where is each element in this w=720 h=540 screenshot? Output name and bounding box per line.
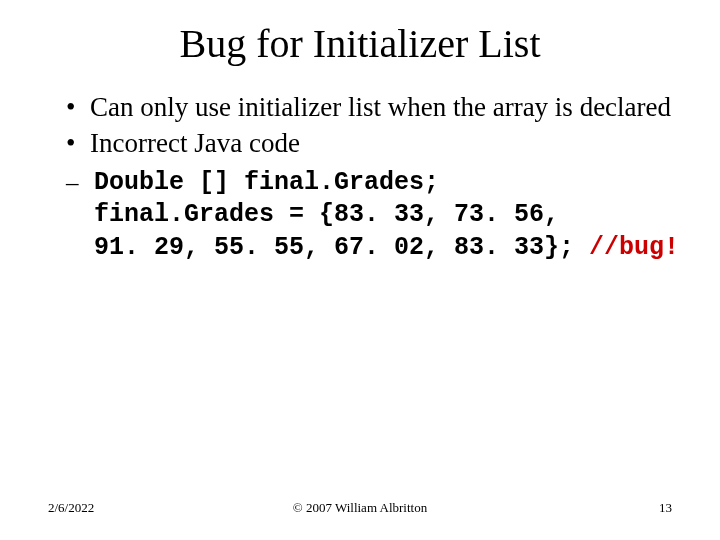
code-block: –Double [] final.Grades; final.Grades = … (94, 167, 672, 265)
code-line: 91. 29, 55. 55, 67. 02, 83. 33}; (94, 233, 589, 262)
code-line: Double [] final.Grades; (94, 168, 439, 197)
footer-page-number: 13 (659, 500, 672, 516)
code-line: final.Grades = {83. 33, 73. 56, (94, 200, 559, 229)
footer-copyright: © 2007 William Albritton (48, 500, 672, 516)
bullet-item: Incorrect Java code (66, 127, 672, 161)
bullet-list: Can only use initializer list when the a… (66, 91, 672, 161)
code-comment: //bug! (589, 233, 679, 262)
dash-icon: – (66, 167, 79, 200)
slide-title: Bug for Initializer List (48, 20, 672, 67)
footer: 2/6/2022 © 2007 William Albritton 13 (48, 500, 672, 516)
footer-date: 2/6/2022 (48, 500, 94, 516)
slide: Bug for Initializer List Can only use in… (0, 0, 720, 540)
bullet-item: Can only use initializer list when the a… (66, 91, 672, 125)
